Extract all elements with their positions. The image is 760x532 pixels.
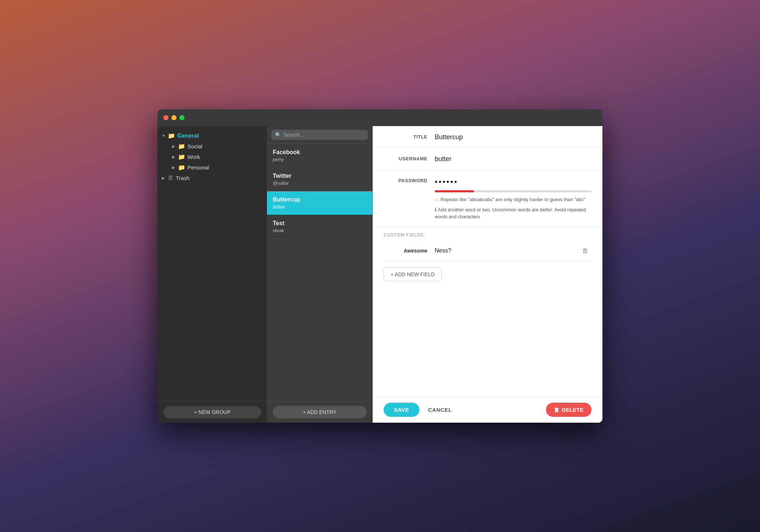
close-button[interactable]: [163, 115, 168, 120]
field-label-title: TITLE: [384, 133, 435, 140]
password-warning: ⚠Repeats like "abcabcabc" are only sligh…: [435, 196, 592, 203]
detail-panel: TITLE Buttercup USERNAME butter PASSWORD…: [373, 126, 602, 423]
search-icon: 🔍: [275, 132, 281, 138]
tree-arrow-trash: ▶: [162, 176, 167, 180]
field-label-username: USERNAME: [384, 154, 435, 161]
minimize-button[interactable]: [171, 115, 177, 120]
entry-title-test: Test: [273, 220, 367, 227]
maximize-button[interactable]: [179, 115, 185, 120]
delete-button-icon: 🗑: [554, 407, 559, 413]
sidebar-children-general: ▶ 📁 Social ▶ 📁 Work ▶ 📁 Personal: [158, 141, 267, 173]
detail-content: TITLE Buttercup USERNAME butter PASSWORD…: [373, 126, 602, 396]
field-value-password[interactable]: ••••••: [435, 176, 592, 187]
entry-list-footer: + ADD ENTRY: [267, 401, 372, 423]
entry-item-test[interactable]: Test steak: [267, 215, 372, 239]
sidebar-tree: ▼ 📁 General ▶ 📁 Social ▶ 📁 Work: [158, 126, 267, 401]
password-info: ℹAdd another word or two. Uncommon words…: [435, 206, 592, 220]
title-bar: [158, 109, 602, 126]
sidebar-item-work-label: Work: [187, 154, 200, 160]
entry-subtitle-facebook: perry: [273, 157, 367, 162]
field-value-username[interactable]: butter: [435, 154, 592, 163]
sidebar-item-trash[interactable]: ▶ 🗑 Trash: [158, 173, 267, 183]
folder-icon-work: 📁: [178, 153, 185, 160]
custom-field-row-awesome: Awesome Ness? 🗑: [384, 240, 592, 262]
sidebar-item-general-label: General: [177, 133, 199, 139]
sidebar-footer: + NEW GROUP: [158, 401, 267, 423]
search-input-wrap: 🔍: [271, 130, 368, 140]
field-row-title: TITLE Buttercup: [373, 126, 602, 148]
custom-field-label-awesome: Awesome: [384, 248, 435, 254]
tree-arrow-personal: ▶: [172, 165, 177, 169]
save-button[interactable]: SAVE: [384, 403, 419, 417]
custom-fields-label: CUSTOM FIELDS:: [384, 232, 592, 238]
password-section: •••••• ⚠Repeats like "abcabcabc" are onl…: [435, 176, 592, 220]
folder-icon-personal: 📁: [178, 164, 185, 171]
entry-item-facebook[interactable]: Facebook perry: [267, 144, 372, 168]
traffic-lights: [163, 115, 185, 120]
sidebar-item-social[interactable]: ▶ 📁 Social: [168, 141, 267, 152]
tree-arrow-general: ▼: [162, 134, 167, 138]
strength-bar-wrap: [435, 190, 592, 192]
add-new-field-button[interactable]: + ADD NEW FIELD: [384, 267, 442, 281]
folder-icon-general: 📁: [168, 132, 175, 139]
sidebar-item-trash-label: Trash: [176, 175, 190, 181]
new-group-button[interactable]: + NEW GROUP: [163, 406, 261, 418]
entry-item-twitter[interactable]: Twitter @sallar: [267, 168, 372, 191]
entry-subtitle-test: steak: [273, 228, 367, 233]
search-bar: 🔍: [267, 126, 372, 144]
cancel-button[interactable]: CANCEL: [424, 403, 456, 417]
delete-button-label: DELETE: [562, 407, 583, 413]
custom-fields-section: CUSTOM FIELDS: Awesome Ness? 🗑: [373, 227, 602, 262]
delete-button[interactable]: 🗑 DELETE: [546, 403, 592, 417]
entry-title-twitter: Twitter: [273, 173, 367, 179]
main-content: ▼ 📁 General ▶ 📁 Social ▶ 📁 Work: [158, 126, 602, 423]
entries-list: Facebook perry Twitter @sallar Buttercup…: [267, 144, 372, 401]
sidebar-item-general[interactable]: ▼ 📁 General: [158, 130, 267, 141]
detail-footer: SAVE CANCEL 🗑 DELETE: [373, 396, 602, 423]
tree-arrow-social: ▶: [172, 144, 177, 148]
folder-icon-social: 📁: [178, 143, 185, 150]
entry-title-facebook: Facebook: [273, 149, 367, 156]
field-row-username: USERNAME butter: [373, 148, 602, 170]
sidebar-item-personal-label: Personal: [187, 164, 209, 171]
delete-custom-field-button[interactable]: 🗑: [579, 246, 592, 256]
sidebar-item-social-label: Social: [187, 143, 202, 149]
entry-subtitle-buttercup: butter: [273, 204, 367, 210]
custom-field-value-awesome[interactable]: Ness?: [435, 247, 579, 254]
trash-icon: 🗑: [168, 175, 174, 181]
sidebar-item-work[interactable]: ▶ 📁 Work: [168, 152, 267, 162]
app-window: ▼ 📁 General ▶ 📁 Social ▶ 📁 Work: [158, 109, 602, 423]
sidebar: ▼ 📁 General ▶ 📁 Social ▶ 📁 Work: [158, 126, 267, 423]
search-input[interactable]: [283, 132, 364, 138]
field-row-password: PASSWORD •••••• ⚠Repeats like "abcabcabc…: [373, 170, 602, 227]
entry-list: 🔍 Facebook perry Twitter @sallar Butterc…: [267, 126, 373, 423]
entry-subtitle-twitter: @sallar: [273, 180, 367, 186]
sidebar-item-personal[interactable]: ▶ 📁 Personal: [168, 162, 267, 173]
tree-arrow-work: ▶: [172, 155, 177, 159]
add-entry-button[interactable]: + ADD ENTRY: [273, 406, 367, 418]
entry-item-buttercup[interactable]: Buttercup butter: [267, 191, 372, 215]
strength-bar-fill: [435, 190, 474, 192]
warning-icon: ⚠: [435, 197, 439, 202]
field-value-title[interactable]: Buttercup: [435, 133, 592, 141]
info-icon: ℹ: [435, 207, 437, 212]
field-label-password: PASSWORD: [384, 176, 435, 183]
entry-title-buttercup: Buttercup: [273, 196, 367, 203]
